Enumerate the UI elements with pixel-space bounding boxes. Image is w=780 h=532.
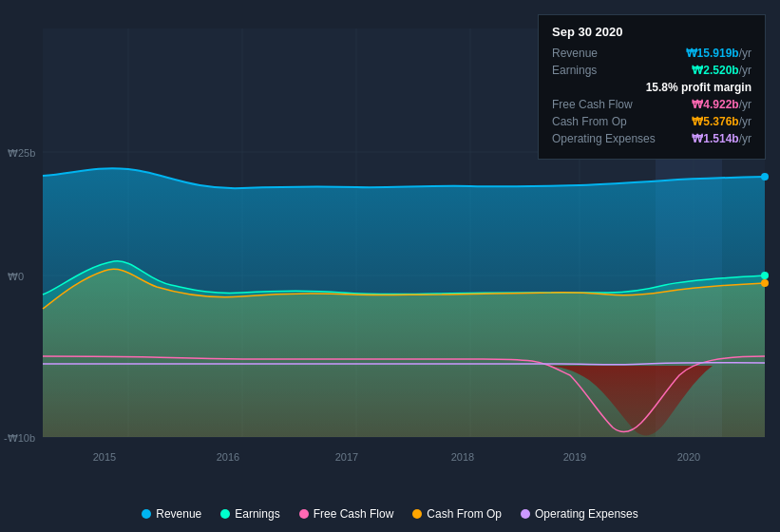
tooltip-cashop-value: ₩5.376b/yr (692, 115, 751, 128)
legend-label-revenue: Revenue (156, 507, 201, 521)
tooltip-opex-row: Operating Expenses ₩1.514b/yr (552, 132, 751, 145)
tooltip-cashop-row: Cash From Op ₩5.376b/yr (552, 115, 751, 128)
svg-text:2018: 2018 (451, 451, 474, 463)
tooltip-opex-value: ₩1.514b/yr (692, 132, 751, 145)
legend-dot-earnings (220, 509, 230, 519)
tooltip-fcf-row: Free Cash Flow ₩4.922b/yr (552, 98, 751, 111)
svg-text:2015: 2015 (93, 451, 116, 463)
tooltip-earnings-row: Earnings ₩2.520b/yr (552, 64, 751, 77)
tooltip-revenue-label: Revenue (552, 47, 598, 60)
tooltip-opex-label: Operating Expenses (552, 132, 656, 145)
legend-opex[interactable]: Operating Expenses (521, 507, 638, 521)
tooltip-earnings-label: Earnings (552, 64, 597, 77)
svg-point-14 (761, 272, 769, 279)
legend-label-opex: Operating Expenses (535, 507, 638, 521)
chart-container: ₩25b ₩0 -₩10b 2015 2016 2017 2018 2019 2… (0, 0, 780, 532)
svg-text:2020: 2020 (677, 451, 700, 463)
svg-text:-₩10b: -₩10b (4, 432, 35, 444)
legend-fcf[interactable]: Free Cash Flow (299, 507, 394, 521)
tooltip-box: Sep 30 2020 Revenue ₩15.919b/yr Earnings… (538, 14, 766, 160)
legend-dot-fcf (299, 509, 309, 519)
tooltip-revenue-row: Revenue ₩15.919b/yr (552, 47, 751, 60)
svg-point-13 (761, 173, 769, 180)
legend-dot-revenue (142, 509, 151, 519)
svg-text:2016: 2016 (217, 451, 239, 463)
legend-revenue[interactable]: Revenue (142, 507, 201, 521)
tooltip-cashop-label: Cash From Op (552, 115, 627, 128)
tooltip-earnings-value: ₩2.520b/yr (692, 64, 751, 77)
tooltip-revenue-value: ₩15.919b/yr (686, 47, 751, 60)
svg-point-15 (761, 279, 769, 287)
tooltip-fcf-label: Free Cash Flow (552, 98, 633, 111)
svg-text:2017: 2017 (335, 451, 358, 463)
svg-text:₩0: ₩0 (8, 271, 24, 282)
legend-earnings[interactable]: Earnings (220, 507, 279, 521)
legend-dot-cashop (412, 509, 422, 519)
chart-legend: Revenue Earnings Free Cash Flow Cash Fro… (0, 507, 780, 521)
tooltip-profit-margin: 15.8% profit margin (552, 81, 751, 94)
legend-label-fcf: Free Cash Flow (314, 507, 394, 521)
legend-cashop[interactable]: Cash From Op (412, 507, 502, 521)
legend-dot-opex (521, 509, 530, 519)
svg-text:₩25b: ₩25b (8, 147, 35, 159)
tooltip-date: Sep 30 2020 (552, 25, 751, 39)
legend-label-earnings: Earnings (235, 507, 279, 521)
svg-text:2019: 2019 (563, 451, 586, 463)
tooltip-fcf-value: ₩4.922b/yr (692, 98, 751, 111)
legend-label-cashop: Cash From Op (427, 507, 502, 521)
